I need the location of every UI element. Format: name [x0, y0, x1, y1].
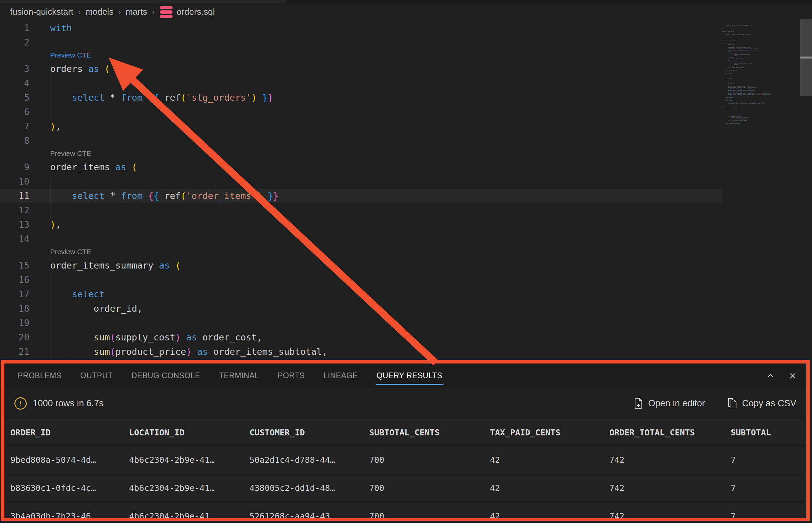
code-line[interactable]: 7), — [0, 119, 722, 133]
line-number: 13 — [0, 217, 30, 232]
code-text: select * from {{ ref('stg_orders') }} — [50, 90, 273, 105]
line-number: 4 — [0, 76, 30, 90]
codelens-preview-cte[interactable]: Preview CTE — [0, 148, 722, 160]
table-row[interactable]: 9bed808a-5074-4d…4b6c2304-2b9e-41…50a2d1… — [4, 446, 806, 474]
editor-tab-strip — [0, 0, 812, 3]
indent-guide — [72, 301, 72, 357]
table-cell: 42 — [490, 483, 609, 493]
code-line[interactable]: 13), — [0, 217, 722, 232]
code-text: ), — [50, 119, 61, 133]
table-row[interactable]: b83630c1-0fdc-4c…4b6c2304-2b9e-41…438005… — [4, 474, 806, 502]
tab-terminal[interactable]: TERMINAL — [219, 363, 259, 388]
breadcrumb: fusion-quickstart›models›marts› orders.s… — [0, 3, 812, 20]
column-header[interactable]: LOCATION_ID — [129, 428, 250, 437]
code-line[interactable]: 12 — [0, 203, 722, 217]
code-line[interactable]: 15order_items_summary as ( — [0, 258, 722, 272]
warning-icon: ! — [14, 397, 27, 410]
tab-query-results[interactable]: QUERY RESULTS — [377, 363, 443, 388]
table-cell: 50a2d1c4-d788-44… — [250, 455, 369, 465]
table-cell: 5261268c-aa94-43 — [250, 511, 369, 521]
table-cell: 700 — [369, 511, 490, 521]
code-line[interactable]: 5 select * from {{ ref('stg_orders') }} — [0, 90, 722, 105]
table-cell: 42 — [490, 511, 609, 521]
breadcrumb-file[interactable]: orders.sql — [177, 7, 215, 17]
breadcrumb-item[interactable]: models — [85, 7, 113, 17]
code-line[interactable]: 9order_items as ( — [0, 160, 722, 174]
minimap-code: with orders as ( select * from {{ ref('s… — [722, 19, 801, 126]
code-line[interactable]: 3orders as ( — [0, 61, 722, 76]
copy-as-csv-button[interactable]: Copy as CSV — [727, 398, 796, 409]
column-header[interactable]: SUBTOTAL — [731, 428, 806, 437]
line-number: 15 — [0, 258, 30, 272]
table-cell: 4b6c2304-2b9e-41 — [129, 511, 250, 521]
line-number: 3 — [0, 61, 30, 76]
code-text: select — [50, 287, 105, 301]
code-editor[interactable]: 1with2Preview CTE3orders as (45 select *… — [0, 21, 722, 357]
code-line[interactable]: 11 select * from {{ ref('order_items') }… — [0, 188, 722, 203]
breadcrumb-item[interactable]: marts — [125, 7, 147, 17]
table-cell: 3b4a03db-7b23-46 — [11, 511, 129, 521]
code-line[interactable]: 4 — [0, 76, 722, 90]
code-text: orders as ( — [50, 61, 110, 76]
line-number: 20 — [0, 330, 30, 344]
table-cell: 7 — [731, 511, 806, 521]
breadcrumb-separator: › — [152, 7, 155, 16]
line-number: 17 — [0, 287, 30, 301]
code-line[interactable]: 14 — [0, 232, 722, 246]
column-header[interactable]: ORDER_TOTAL_CENTS — [609, 428, 731, 437]
breadcrumb-separator: › — [78, 7, 80, 16]
code-text: with — [50, 21, 72, 35]
row-count-status: 1000 rows in 6.7s — [33, 398, 104, 409]
column-header[interactable]: CUSTOMER_ID — [250, 428, 369, 437]
table-cell: 742 — [609, 483, 731, 493]
code-line[interactable]: 1with — [0, 21, 722, 35]
table-cell: 9bed808a-5074-4d… — [11, 455, 129, 465]
column-header[interactable]: SUBTOTAL_CENTS — [369, 428, 490, 437]
code-line[interactable]: 8 — [0, 133, 722, 148]
table-row[interactable]: 3b4a03db-7b23-464b6c2304-2b9e-415261268c… — [4, 502, 806, 521]
column-header[interactable]: ORDER_ID — [11, 428, 129, 437]
line-number: 14 — [0, 232, 30, 246]
results-status-bar: ! 1000 rows in 6.7s Open in editor Copy … — [4, 388, 806, 419]
code-text: order_id, — [50, 301, 143, 316]
line-number: 12 — [0, 203, 30, 217]
line-number: 18 — [0, 301, 30, 316]
codelens-preview-cte[interactable]: Preview CTE — [0, 50, 722, 61]
tab-lineage[interactable]: LINEAGE — [323, 363, 358, 388]
line-number: 8 — [0, 133, 30, 148]
table-cell: 4b6c2304-2b9e-41… — [129, 455, 250, 465]
close-icon[interactable] — [788, 371, 798, 381]
codelens-preview-cte[interactable]: Preview CTE — [0, 246, 722, 258]
tab-output[interactable]: OUTPUT — [80, 363, 113, 388]
results-table: ORDER_IDLOCATION_IDCUSTOMER_IDSUBTOTAL_C… — [4, 419, 806, 521]
code-line[interactable]: 18 order_id, — [0, 301, 722, 316]
line-number: 11 — [0, 188, 30, 203]
chevron-up-icon[interactable] — [765, 371, 776, 381]
tab-problems[interactable]: PROBLEMS — [18, 363, 61, 388]
code-line[interactable]: 17 select — [0, 287, 722, 301]
code-line[interactable]: 2 — [0, 35, 722, 50]
code-line[interactable]: 21 sum(product_price) as order_items_sub… — [0, 344, 722, 357]
code-text: sum(supply_cost) as order_cost, — [50, 330, 262, 344]
active-tab-remnant — [0, 0, 286, 3]
code-line[interactable]: 19 — [0, 316, 722, 330]
code-text: order_items_summary as ( — [50, 258, 181, 272]
table-cell: 7 — [731, 455, 806, 465]
code-line[interactable]: 6 — [0, 105, 722, 119]
code-line[interactable]: 20 sum(supply_cost) as order_cost, — [0, 330, 722, 344]
line-number: 6 — [0, 105, 30, 119]
code-line[interactable]: 10 — [0, 174, 722, 188]
breadcrumb-separator: › — [118, 7, 121, 16]
code-line[interactable]: 16 — [0, 272, 722, 287]
minimap[interactable]: with orders as ( select * from {{ ref('s… — [722, 19, 801, 126]
tab-ports[interactable]: PORTS — [277, 363, 305, 388]
line-number: 21 — [0, 344, 30, 357]
column-header[interactable]: TAX_PAID_CENTS — [490, 428, 609, 437]
line-number: 9 — [0, 160, 30, 174]
breadcrumb-item[interactable]: fusion-quickstart — [10, 7, 73, 17]
table-cell: 700 — [369, 455, 490, 465]
line-number: 7 — [0, 119, 30, 133]
open-in-editor-button[interactable]: Open in editor — [634, 398, 705, 409]
table-cell: 742 — [609, 511, 731, 521]
tab-debug-console[interactable]: DEBUG CONSOLE — [131, 363, 200, 388]
